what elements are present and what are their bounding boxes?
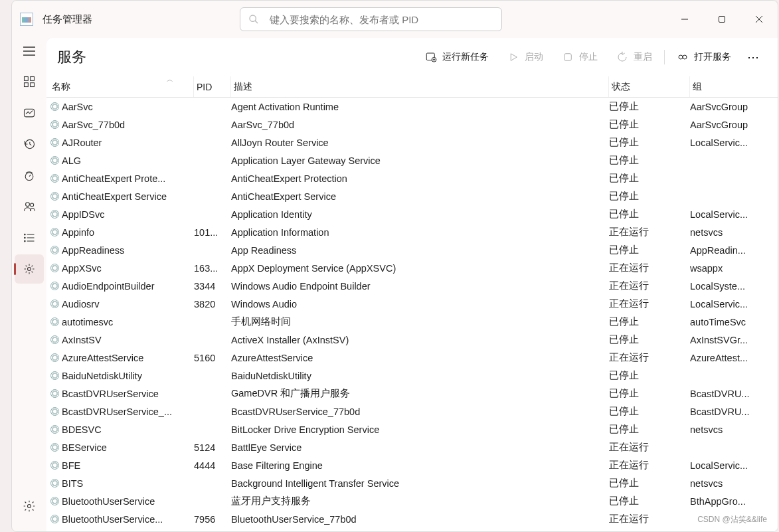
run-new-task-button[interactable]: 运行新任务 [416,45,498,69]
service-icon [50,515,59,523]
nav-users[interactable] [15,192,44,221]
cell-status: 已停止 [609,333,690,346]
more-button[interactable]: ⋯ [740,50,767,64]
cell-pid: 4444 [194,460,231,471]
table-row[interactable]: AntiCheatExpert ServiceAntiCheatExpert S… [49,187,778,205]
table-row[interactable]: BITSBackground Intelligent Transfer Serv… [49,474,778,492]
cell-name: Appinfo [49,227,194,238]
cell-name: AarSvc_77b0d [49,120,194,130]
cell-group: BthAppGro... [690,496,778,507]
cell-desc: Application Layer Gateway Service [231,155,609,166]
cell-name: autotimesvc [49,317,194,327]
nav-processes[interactable] [15,67,44,96]
run-task-label: 运行新任务 [442,51,489,63]
hamburger-button[interactable] [16,39,43,63]
svg-point-22 [25,237,26,238]
svg-point-0 [250,15,256,21]
start-button: 启动 [498,45,553,69]
table-row[interactable]: AppReadinessApp Readiness已停止AppReadin... [49,241,778,259]
stop-icon [562,51,574,63]
table-row[interactable]: AudioEndpointBuilder3344Windows Audio En… [49,277,778,295]
svg-point-32 [679,55,683,59]
col-desc[interactable]: 描述 [231,76,609,97]
cell-status: 已停止 [609,315,690,328]
cell-status: 已停止 [609,136,690,149]
cell-desc: ActiveX Installer (AxInstSV) [231,335,609,345]
svg-point-16 [26,203,30,207]
service-icon [50,156,59,165]
cell-status: 已停止 [609,405,690,418]
table-row[interactable]: BcastDVRUserService_...BcastDVRUserServi… [49,402,778,420]
table-row[interactable]: AppXSvc163...AppX Deployment Service (Ap… [49,259,778,277]
cell-status: 正在运行 [609,441,690,454]
cell-name: BFE [49,460,194,471]
cell-status: 正在运行 [609,298,690,310]
service-icon [50,300,59,308]
cell-pid: 5160 [194,353,231,363]
service-icon [50,335,59,344]
nav-settings[interactable] [15,491,44,521]
cell-name: AppXSvc [49,263,194,274]
table-row[interactable]: BFE4444Base Filtering Engine正在运行LocalSer… [49,456,778,474]
open-services-button[interactable]: 打开服务 [667,45,740,69]
hamburger-icon [23,46,35,56]
toolbar: 服务 运行新任务 启动 停止 重启 [46,38,778,76]
nav-performance[interactable] [15,98,44,128]
table-row[interactable]: AarSvc_77b0dAarSvc_77b0d已停止AarSvcGroup [49,116,778,133]
minimize-button[interactable] [666,5,703,34]
nav-details[interactable] [15,223,44,252]
table-row[interactable]: BEService5124BattlEye Service正在运行 [49,438,778,456]
cell-status: 已停止 [609,172,690,185]
cell-group: autoTimeSvc [690,317,778,327]
table-row[interactable]: AntiCheatExpert Prote...AntiCheatExpert … [49,169,778,187]
cell-group: BcastDVRU... [690,406,778,417]
col-pid[interactable]: PID [194,76,231,97]
cell-group: wsappx [690,263,778,274]
col-name[interactable]: 名称︿ [49,76,194,97]
table-row[interactable]: BDESVCBitLocker Drive Encryption Service… [49,420,778,438]
col-status[interactable]: 状态 [609,76,690,97]
table-row[interactable]: AJRouterAllJoyn Router Service已停止LocalSe… [49,133,778,151]
svg-marker-30 [511,53,517,60]
table-row[interactable]: AarSvcAgent Activation Runtime已停止AarSvcG… [49,98,778,116]
service-icon [50,192,59,201]
svg-rect-3 [719,17,725,23]
cell-name: AppIDSvc [49,209,194,220]
cell-status: 已停止 [609,369,690,382]
cell-group: netsvcs [690,424,778,435]
table-row[interactable]: BcastDVRUserServiceGameDVR 和广播用户服务已停止Bca… [49,385,778,402]
table-row[interactable]: AppIDSvcApplication Identity已停止LocalServ… [49,205,778,223]
svg-point-33 [683,55,687,59]
cell-desc: AppX Deployment Service (AppXSVC) [231,263,609,274]
cell-status: 已停止 [609,118,690,131]
cell-status: 已停止 [609,423,690,436]
cell-desc: AntiCheatExpert Service [231,191,609,202]
cell-desc: Agent Activation Runtime [231,102,609,112]
maximize-button[interactable] [703,5,740,34]
nav-startup[interactable] [15,161,44,190]
table-row[interactable]: Appinfo101...Application Information正在运行… [49,223,778,241]
table-row[interactable]: AzureAttestService5160AzureAttestService… [49,349,778,367]
col-group[interactable]: 组 [690,76,778,97]
svg-rect-10 [31,77,35,81]
service-icon [50,425,59,434]
table-row[interactable]: BluetoothUserService...7956BluetoothUser… [49,510,778,528]
cell-group: AxInstSVGr... [690,335,778,345]
cell-desc: BitLocker Drive Encryption Service [231,424,609,435]
table-row[interactable]: BaiduNetdiskUtilityBaiduNetdiskUtility已停… [49,367,778,385]
table-row[interactable]: Audiosrv3820Windows Audio正在运行LocalServic… [49,295,778,313]
nav-services[interactable] [15,254,44,284]
search-input[interactable] [270,14,493,25]
table-row[interactable]: autotimesvc手机网络时间已停止autoTimeSvc [49,313,778,331]
cell-group: AppReadin... [690,245,778,256]
cell-status: 正在运行 [609,351,690,364]
table-row[interactable]: AxInstSVActiveX Installer (AxInstSV)已停止A… [49,331,778,349]
table-row[interactable]: BluetoothUserService蓝牙用户支持服务已停止BthAppGro… [49,492,778,510]
nav-app-history[interactable] [15,130,44,159]
close-button[interactable] [740,5,778,34]
svg-point-23 [25,240,26,242]
cell-desc: AllJoyn Router Service [231,137,609,148]
search-box[interactable] [240,7,502,31]
table-row[interactable]: ALGApplication Layer Gateway Service已停止 [49,151,778,169]
cell-pid: 101... [194,227,231,238]
